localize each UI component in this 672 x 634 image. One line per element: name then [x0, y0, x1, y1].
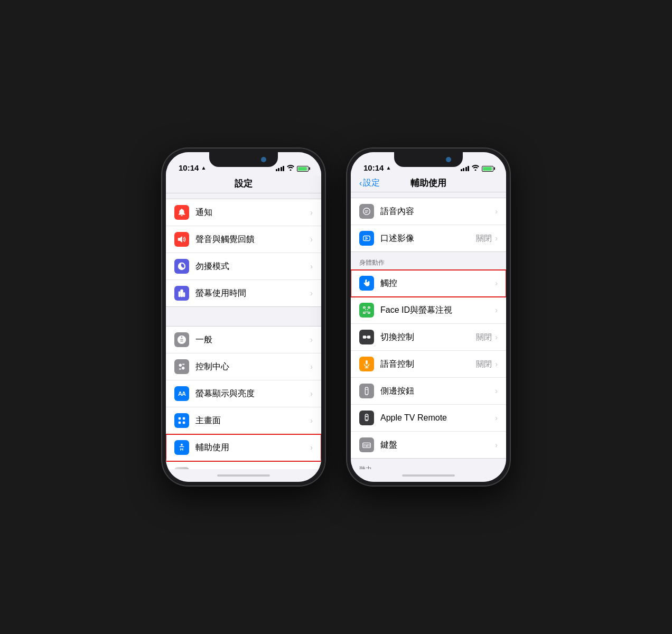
row-touch[interactable]: 觸控 ›: [351, 270, 506, 297]
back-button[interactable]: ‹ 設定: [359, 178, 380, 189]
row-speechcontent[interactable]: 語音內容 ›: [351, 198, 506, 225]
camera-dot-1: [261, 157, 266, 162]
icon-touch: [359, 276, 374, 291]
label-faceidscreen: Face ID與螢幕注視: [380, 305, 495, 316]
icon-sound: [174, 232, 189, 247]
row-appletvremote[interactable]: Apple TV Remote ›: [351, 405, 506, 432]
chevron-keyboard: ›: [495, 441, 498, 449]
scroll-content-1[interactable]: 通知 › 聲音與觸覺回饋 › 勿擾模式 ›: [166, 193, 321, 469]
svg-rect-35: [365, 387, 368, 395]
label-notifications: 通知: [195, 207, 310, 218]
icon-faceidscreen: [359, 303, 374, 318]
chevron-sidebutton: ›: [495, 387, 498, 395]
chevron-general: ›: [310, 335, 313, 344]
icon-accessibility: [174, 440, 189, 455]
svg-rect-48: [369, 445, 370, 446]
scroll-content-2[interactable]: 語音內容 › 口述影像 關閉 › 身體動作: [351, 192, 506, 469]
label-speechcontent: 語音內容: [380, 206, 495, 217]
label-sound: 聲音與觸覺回饋: [195, 234, 310, 245]
svg-rect-44: [367, 444, 368, 445]
group-notifications: 通知 › 聲音與觸覺回饋 › 勿擾模式 ›: [166, 199, 321, 307]
row-accessibility[interactable]: 輔助使用 ›: [166, 434, 321, 461]
chevron-switchcontrol: ›: [495, 333, 498, 341]
icon-display: AA: [174, 386, 189, 401]
value-audiodesc: 關閉: [476, 234, 492, 244]
svg-rect-26: [368, 307, 370, 309]
svg-rect-43: [366, 444, 367, 445]
signal-2: [461, 166, 470, 171]
section-label-hearing: 聽力: [351, 462, 506, 469]
svg-point-11: [181, 444, 183, 446]
svg-rect-6: [179, 369, 182, 370]
row-sidebutton[interactable]: 側邊按鈕 ›: [351, 378, 506, 405]
label-controlcenter: 控制中心: [195, 361, 310, 372]
camera-dot-2: [446, 157, 451, 162]
label-sidebutton: 側邊按鈕: [380, 386, 495, 397]
back-chevron: ‹: [359, 179, 362, 188]
row-voicecontrol[interactable]: 語音控制 關閉 ›: [351, 351, 506, 378]
chevron-notifications: ›: [310, 208, 313, 217]
section-label-body: 身體動作: [351, 255, 506, 269]
row-keyboard[interactable]: 鍵盤 ›: [351, 432, 506, 458]
svg-rect-31: [363, 335, 366, 338]
row-homescreen[interactable]: 主畫面 ›: [166, 407, 321, 434]
svg-rect-1: [179, 291, 181, 297]
battery-icon-2: [482, 166, 493, 172]
chevron-display: ›: [310, 389, 313, 398]
notch-1: [209, 152, 278, 167]
signal-1: [276, 166, 285, 171]
chevron-accessibility: ›: [310, 443, 313, 452]
nav-bar-2: ‹ 設定 輔助使用: [351, 175, 506, 192]
row-general[interactable]: 一般 ›: [166, 327, 321, 353]
label-touch: 觸控: [380, 278, 495, 289]
icon-audiodesc: [359, 231, 374, 246]
icon-speechcontent: [359, 204, 374, 219]
row-controlcenter[interactable]: 控制中心 ›: [166, 353, 321, 380]
notch-2: [394, 152, 463, 167]
label-wallpaper: 背景圖片: [195, 469, 310, 470]
group-speech: 語音內容 › 口述影像 關閉 ›: [351, 198, 506, 252]
label-switchcontrol: 切換控制: [380, 332, 476, 343]
icon-voicecontrol: [359, 357, 374, 371]
row-switchcontrol[interactable]: 切換控制 關閉 ›: [351, 324, 506, 351]
svg-rect-27: [363, 312, 366, 314]
svg-rect-45: [369, 444, 370, 445]
row-wallpaper[interactable]: 背景圖片 ›: [166, 461, 321, 469]
back-label: 設定: [363, 178, 380, 189]
row-display[interactable]: AA 螢幕顯示與亮度 ›: [166, 380, 321, 407]
spacer-1: [166, 307, 321, 326]
group-body: 觸控 › Face ID與螢幕注視 › 切換控制 關: [351, 269, 506, 459]
icon-general: [174, 332, 189, 347]
nav-bar-1: 設定: [166, 175, 321, 193]
svg-rect-0: [180, 290, 183, 297]
row-sound[interactable]: 聲音與觸覺回饋 ›: [166, 226, 321, 253]
svg-rect-46: [364, 445, 365, 446]
wifi-icon-2: [472, 165, 479, 172]
svg-rect-41: [363, 443, 370, 447]
icon-notifications: [174, 205, 189, 220]
svg-point-38: [366, 419, 367, 421]
chevron-sound: ›: [310, 235, 313, 244]
svg-rect-42: [364, 444, 365, 445]
chevron-donotdisturb: ›: [310, 262, 313, 271]
home-indicator-2: [402, 474, 455, 477]
row-notifications[interactable]: 通知 ›: [166, 199, 321, 226]
label-voicecontrol: 語音控制: [380, 359, 476, 370]
row-faceidscreen[interactable]: Face ID與螢幕注視 ›: [351, 297, 506, 324]
time-2: 10:14 ▲: [363, 163, 391, 172]
icon-sidebutton: [359, 384, 374, 398]
svg-rect-47: [366, 445, 368, 446]
svg-point-30: [367, 309, 368, 310]
icon-donotdisturb: [174, 259, 189, 274]
row-screentime[interactable]: 螢幕使用時間 ›: [166, 280, 321, 306]
chevron-voicecontrol: ›: [495, 360, 498, 368]
chevron-speechcontent: ›: [495, 207, 498, 216]
label-donotdisturb: 勿擾模式: [195, 261, 310, 272]
battery-icon-1: [297, 166, 309, 172]
home-indicator-1: [217, 474, 270, 477]
svg-point-29: [365, 309, 366, 310]
chevron-controlcenter: ›: [310, 362, 313, 371]
row-audiodesc[interactable]: 口述影像 關閉 ›: [351, 225, 506, 251]
location-arrow-1: ▲: [201, 165, 206, 171]
row-donotdisturb[interactable]: 勿擾模式 ›: [166, 253, 321, 280]
